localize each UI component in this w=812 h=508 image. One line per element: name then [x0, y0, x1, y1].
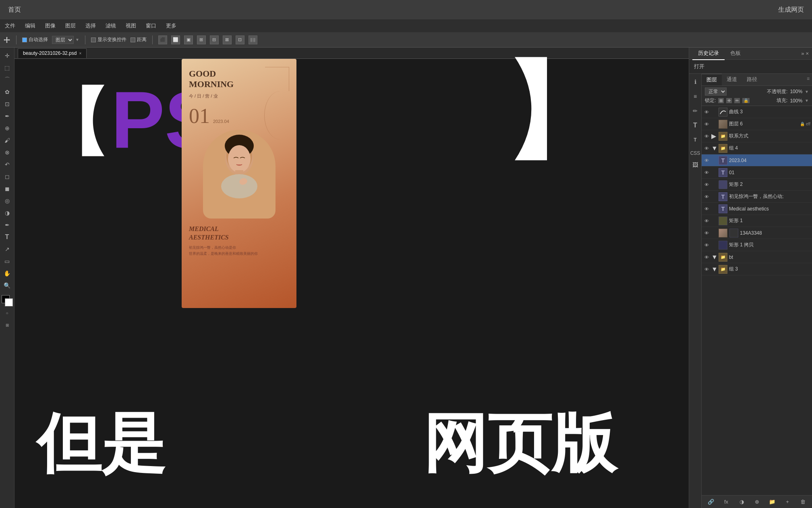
- add-mask-btn[interactable]: ◑: [737, 498, 746, 506]
- move-tool-btn[interactable]: ✛: [2, 50, 13, 61]
- hand-btn[interactable]: ✋: [2, 268, 13, 279]
- menu-file[interactable]: 文件: [5, 22, 15, 29]
- generate-btn[interactable]: 生成网页: [778, 6, 804, 14]
- layer-visibility[interactable]: 👁: [703, 254, 710, 260]
- layer-item[interactable]: 👁 ▶ 📁 联系方式: [702, 130, 812, 142]
- tab-paths[interactable]: 路径: [742, 74, 762, 85]
- layer-visibility[interactable]: 👁: [703, 230, 710, 236]
- info-icon[interactable]: ℹ: [690, 76, 701, 87]
- grid-btn[interactable]: ⣿⣿: [249, 35, 257, 44]
- layer-item[interactable]: 👁 ▼ 📁 bt: [702, 251, 812, 263]
- layer-item[interactable]: 👁 矩形 2: [702, 179, 812, 191]
- auto-select-check[interactable]: [22, 37, 27, 42]
- opacity-arrow[interactable]: ▼: [805, 90, 809, 94]
- lock-pos-btn[interactable]: ⊞: [718, 98, 724, 103]
- type-small-icon[interactable]: T: [690, 134, 701, 146]
- layer-visibility[interactable]: 👁: [703, 133, 710, 139]
- align-bottom-btn[interactable]: ⊠: [223, 35, 232, 44]
- menu-more[interactable]: 更多: [166, 22, 176, 29]
- type-large-icon[interactable]: T: [690, 120, 701, 131]
- image-icon[interactable]: 🖼: [690, 159, 701, 171]
- tab-layers[interactable]: 图层: [702, 74, 722, 85]
- panel-close-icon[interactable]: ×: [806, 50, 809, 56]
- gradient-btn[interactable]: ◼: [2, 183, 13, 194]
- screen-mode-btn[interactable]: ⊞: [2, 319, 13, 331]
- tab-history[interactable]: 历史记录: [692, 47, 725, 60]
- quick-mask-btn[interactable]: ○: [2, 307, 13, 319]
- layer-item[interactable]: 👁 ▼ 📁 组 4: [702, 142, 812, 154]
- layer-item[interactable]: 👁 曲线 3: [702, 106, 812, 118]
- layer-visibility[interactable]: 👁: [703, 206, 710, 212]
- blend-mode-select[interactable]: 正常: [705, 87, 727, 96]
- brush-icon[interactable]: ✏: [690, 105, 701, 117]
- layer-visibility[interactable]: 👁: [703, 145, 710, 152]
- css-text[interactable]: CSS: [690, 150, 700, 156]
- pen-btn[interactable]: ✒: [2, 219, 13, 231]
- eraser-btn[interactable]: ◻: [2, 171, 13, 182]
- zoom-btn[interactable]: 🔍: [2, 280, 13, 291]
- lock-art-btn[interactable]: ✏: [734, 98, 740, 103]
- lock-move-btn[interactable]: ✛: [726, 98, 732, 103]
- new-layer-btn[interactable]: +: [783, 498, 792, 506]
- history-brush-btn[interactable]: ↶: [2, 159, 13, 170]
- layer-visibility[interactable]: 👁: [703, 169, 710, 176]
- tab-close-btn[interactable]: ×: [79, 51, 81, 56]
- layer-item[interactable]: 👁 图层 6 🔒 eff: [702, 118, 812, 130]
- layer-visibility[interactable]: 👁: [703, 109, 710, 115]
- auto-select-checkbox[interactable]: 自动选择: [22, 36, 48, 43]
- fill-arrow[interactable]: ▼: [805, 98, 809, 103]
- menu-filter[interactable]: 滤镜: [106, 22, 116, 29]
- distance-check[interactable]: 距离: [130, 36, 147, 43]
- align-left-btn[interactable]: ⬛: [158, 35, 167, 44]
- layer-item[interactable]: 👁 T Medical aesthetics: [702, 203, 812, 215]
- brush-btn[interactable]: 🖌: [2, 135, 13, 146]
- type-btn[interactable]: T: [2, 231, 13, 243]
- settings-icon[interactable]: ≡: [690, 91, 701, 102]
- delete-layer-btn[interactable]: 🗑: [798, 498, 807, 506]
- menu-window[interactable]: 窗口: [146, 22, 156, 29]
- transform-btn[interactable]: ⊡: [236, 35, 244, 44]
- layer-item[interactable]: 👁 T 01: [702, 167, 812, 179]
- select-rect-btn[interactable]: ⬚: [2, 62, 13, 73]
- layer-select[interactable]: 图层 ▼: [52, 36, 79, 44]
- distribute-btn[interactable]: ⊞: [197, 35, 206, 44]
- menu-select[interactable]: 选择: [85, 22, 96, 29]
- show-transform[interactable]: 显示变换控件: [91, 36, 126, 43]
- lasso-btn[interactable]: ⌒: [2, 74, 13, 85]
- new-group-btn[interactable]: 📁: [768, 498, 777, 506]
- distance-checkbox[interactable]: [130, 37, 135, 42]
- move-tool[interactable]: [3, 36, 10, 44]
- layer-item[interactable]: 👁 134A3348: [702, 227, 812, 239]
- file-tab[interactable]: beauty-20231026-32.psd ×: [18, 48, 87, 58]
- add-adjustment-btn[interactable]: ⊕: [752, 498, 761, 506]
- menu-image[interactable]: 图像: [45, 22, 56, 29]
- align-right-btn[interactable]: ▣: [184, 35, 193, 44]
- layer-item[interactable]: 👁 矩形 1 拷贝: [702, 239, 812, 251]
- shape-btn[interactable]: ▭: [2, 256, 13, 267]
- path-select-btn[interactable]: ↗: [2, 244, 13, 255]
- crop-btn[interactable]: ⊡: [2, 98, 13, 110]
- tab-channels[interactable]: 通道: [722, 74, 742, 85]
- show-transform-check[interactable]: [91, 37, 96, 42]
- menu-edit[interactable]: 编辑: [25, 22, 35, 29]
- layer-item[interactable]: 👁 T 2023.04: [702, 154, 812, 167]
- background-color[interactable]: [5, 298, 13, 306]
- lock-all-btn[interactable]: 🔒: [742, 98, 750, 103]
- tab-color[interactable]: 色板: [725, 47, 746, 60]
- layer-visibility[interactable]: 👁: [703, 181, 710, 188]
- align-top-btn[interactable]: ⊟: [210, 35, 219, 44]
- layer-item[interactable]: 👁 T 初见惊鸿一瞥，虽然心动;: [702, 191, 812, 203]
- layer-item[interactable]: 👁 矩形 1: [702, 215, 812, 227]
- clone-btn[interactable]: ⊗: [2, 147, 13, 158]
- fg-bg-colors[interactable]: [2, 295, 13, 306]
- layers-menu-btn[interactable]: ≡: [804, 74, 812, 85]
- layer-visibility[interactable]: 👁: [703, 194, 710, 200]
- eyedropper-btn[interactable]: ✒: [2, 110, 13, 122]
- layer-visibility[interactable]: 👁: [703, 157, 710, 164]
- align-center-btn[interactable]: ⬜: [171, 35, 180, 44]
- layer-visibility[interactable]: 👁: [703, 121, 710, 127]
- layer-visibility[interactable]: 👁: [703, 266, 710, 273]
- panel-expand-icon[interactable]: »: [801, 50, 804, 56]
- menu-layer[interactable]: 图层: [65, 22, 76, 29]
- layer-visibility[interactable]: 👁: [703, 218, 710, 224]
